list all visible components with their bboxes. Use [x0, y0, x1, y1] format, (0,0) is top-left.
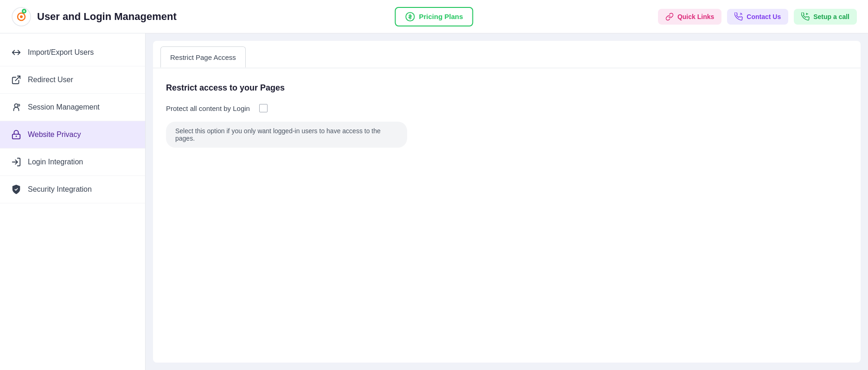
security-icon — [11, 184, 21, 195]
sidebar-item-import-export[interactable]: Import/Export Users — [0, 39, 145, 66]
contact-us-button[interactable]: Contact Us — [727, 9, 788, 25]
sidebar-item-security-integration[interactable]: Security Integration — [0, 176, 145, 203]
sidebar-import-export-label: Import/Export Users — [28, 48, 94, 57]
svg-point-9 — [16, 136, 17, 137]
svg-point-2 — [20, 15, 23, 18]
svg-point-6 — [14, 104, 18, 107]
tabs-bar: Restrict Page Access — [153, 41, 861, 68]
header-center: Pricing Plans — [395, 7, 473, 26]
sidebar: Import/Export Users Redirect User Sessio… — [0, 33, 146, 370]
info-box: Select this option if you only want logg… — [166, 122, 407, 148]
sidebar-login-label: Login Integration — [28, 158, 83, 166]
logo-area: User and Login Management — [11, 6, 177, 27]
content-panel: Restrict Page Access Restrict access to … — [153, 41, 861, 363]
sidebar-item-session-management[interactable]: Session Management — [0, 94, 145, 121]
login-icon — [11, 157, 21, 167]
sidebar-item-website-privacy[interactable]: Website Privacy — [0, 121, 145, 149]
pricing-btn-label: Pricing Plans — [419, 12, 463, 21]
setup-label: Setup a call — [813, 13, 849, 20]
tab-restrict-page-access[interactable]: Restrict Page Access — [160, 46, 246, 68]
app-title: User and Login Management — [37, 11, 177, 23]
privacy-icon — [11, 130, 21, 140]
import-export-icon — [11, 47, 21, 58]
protect-content-option-row: Protect all content by Login — [166, 104, 848, 112]
sidebar-privacy-label: Website Privacy — [28, 130, 81, 139]
section-title: Restrict access to your Pages — [166, 83, 848, 93]
quick-links-button[interactable]: Quick Links — [658, 9, 721, 25]
pricing-icon — [405, 12, 415, 22]
quick-links-label: Quick Links — [677, 13, 714, 20]
content-area: Restrict Page Access Restrict access to … — [146, 33, 868, 370]
sidebar-item-redirect-user[interactable]: Redirect User — [0, 66, 145, 94]
setup-icon — [801, 13, 810, 21]
tab-label: Restrict Page Access — [170, 53, 236, 61]
quick-links-icon — [665, 13, 674, 21]
session-icon — [11, 102, 21, 112]
contact-label: Contact Us — [747, 13, 781, 20]
sidebar-security-label: Security Integration — [28, 185, 92, 194]
protect-content-label: Protect all content by Login — [166, 104, 250, 112]
header-right: Quick Links Contact Us Setup a call — [658, 9, 857, 25]
sidebar-redirect-label: Redirect User — [28, 76, 73, 84]
sidebar-session-label: Session Management — [28, 103, 100, 111]
header: User and Login Management Pricing Plans … — [0, 0, 868, 33]
info-text: Select this option if you only want logg… — [175, 127, 381, 142]
pricing-plans-button[interactable]: Pricing Plans — [395, 7, 473, 26]
main-layout: Import/Export Users Redirect User Sessio… — [0, 33, 868, 370]
setup-call-button[interactable]: Setup a call — [794, 9, 857, 25]
svg-line-5 — [15, 76, 20, 81]
protect-content-checkbox[interactable] — [259, 104, 268, 112]
app-logo — [11, 6, 32, 27]
redirect-icon — [11, 75, 21, 85]
sidebar-item-login-integration[interactable]: Login Integration — [0, 149, 145, 176]
tab-content: Restrict access to your Pages Protect al… — [153, 68, 861, 162]
contact-icon — [734, 13, 743, 21]
